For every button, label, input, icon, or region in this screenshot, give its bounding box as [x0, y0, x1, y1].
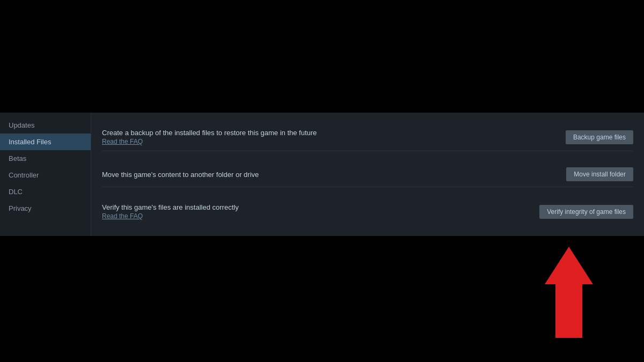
arrow-annotation — [545, 247, 593, 338]
row-title-verify: Verify this game's files are installed c… — [102, 203, 239, 211]
sidebar-item-privacy[interactable]: Privacy — [0, 200, 91, 217]
arrow-head — [545, 247, 593, 284]
main-content: Create a backup of the installed files t… — [91, 113, 644, 236]
content-row-move: Move this game's content to another fold… — [102, 162, 633, 187]
sidebar-item-controller[interactable]: Controller — [0, 167, 91, 183]
action-btn-backup[interactable]: Backup game files — [566, 130, 633, 144]
sidebar-item-updates[interactable]: Updates — [0, 117, 91, 134]
action-btn-verify[interactable]: Verify integrity of game files — [539, 205, 633, 219]
content-area: UpdatesInstalled FilesBetasControllerDLC… — [0, 113, 644, 236]
content-row-backup: Create a backup of the installed files t… — [102, 123, 633, 151]
row-link-verify[interactable]: Read the FAQ — [102, 212, 239, 220]
row-text-backup: Create a backup of the installed files t… — [102, 129, 317, 145]
sidebar-item-dlc[interactable]: DLC — [0, 183, 91, 200]
row-title-move: Move this game's content to another fold… — [102, 171, 259, 179]
row-text-move: Move this game's content to another fold… — [102, 171, 259, 179]
sidebar-item-betas[interactable]: Betas — [0, 150, 91, 167]
top-black-area — [0, 0, 644, 113]
arrow-shaft — [555, 284, 582, 338]
bottom-black-area — [0, 236, 644, 362]
row-title-backup: Create a backup of the installed files t… — [102, 129, 317, 137]
row-link-backup[interactable]: Read the FAQ — [102, 138, 317, 145]
sidebar-item-installed-files[interactable]: Installed Files — [0, 134, 91, 150]
row-text-verify: Verify this game's files are installed c… — [102, 203, 239, 220]
sidebar: UpdatesInstalled FilesBetasControllerDLC… — [0, 113, 91, 236]
action-btn-move[interactable]: Move install folder — [566, 167, 633, 181]
content-row-verify: Verify this game's files are installed c… — [102, 198, 633, 225]
